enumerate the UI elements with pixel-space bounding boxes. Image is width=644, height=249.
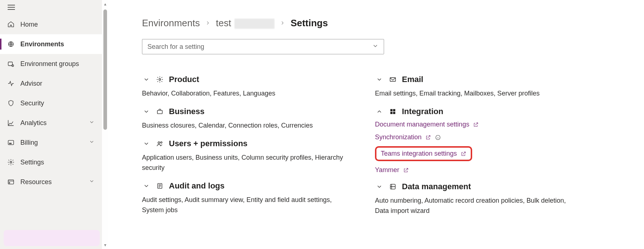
section-title: Audit and logs xyxy=(169,181,225,191)
svg-rect-19 xyxy=(393,112,395,114)
section-header-product[interactable]: Product xyxy=(142,75,346,84)
svg-rect-17 xyxy=(393,109,395,111)
link-label: Teams integration settings xyxy=(381,150,457,157)
chevron-right-icon xyxy=(205,19,211,28)
section-title: Users + permissions xyxy=(169,139,248,148)
redacted-text xyxy=(234,19,274,29)
sidebar-item-advisor[interactable]: Advisor xyxy=(0,74,102,93)
chevron-down-icon[interactable] xyxy=(142,139,151,148)
chevron-down-icon xyxy=(89,119,95,127)
chevron-down-icon[interactable] xyxy=(375,182,384,191)
breadcrumb-env[interactable]: test xyxy=(216,17,274,29)
chevron-up-icon[interactable] xyxy=(375,107,384,116)
sidebar-item-home[interactable]: Home xyxy=(0,15,102,34)
open-external-icon xyxy=(403,167,409,173)
sidebar-item-settings[interactable]: Settings xyxy=(0,152,102,172)
section-summary: Email settings, Email tracking, Mailboxe… xyxy=(375,89,579,99)
data-icon xyxy=(389,183,397,190)
mail-icon xyxy=(389,76,397,83)
chevron-down-icon xyxy=(372,43,379,51)
settings-column-right: Email Email settings, Email tracking, Ma… xyxy=(375,67,579,220)
promo-banner[interactable] xyxy=(4,230,100,246)
sidebar-item-label: Home xyxy=(20,21,95,28)
section-header-business[interactable]: Business xyxy=(142,107,346,116)
billing-icon xyxy=(7,139,15,146)
chart-icon xyxy=(7,119,15,127)
scrollbar[interactable]: ▴ ▾ xyxy=(102,0,108,249)
link-yammer[interactable]: Yammer xyxy=(375,166,409,174)
sidebar-item-billing[interactable]: Billing xyxy=(0,133,102,152)
integration-links: Document management settings Synchroniza… xyxy=(375,121,579,174)
scroll-up-arrow-icon[interactable]: ▴ xyxy=(104,0,106,8)
section-summary: Behavior, Collaboration, Features, Langu… xyxy=(142,89,346,99)
link-document-management-settings[interactable]: Document management settings xyxy=(375,121,479,128)
hamburger-menu-button[interactable] xyxy=(0,0,102,15)
scroll-down-arrow-icon[interactable]: ▾ xyxy=(104,241,106,249)
gear-icon xyxy=(7,159,15,166)
home-icon xyxy=(7,21,15,28)
activity-icon xyxy=(7,80,15,87)
open-external-icon xyxy=(425,135,431,140)
list-icon xyxy=(156,182,164,190)
main-content: Environments test Settings Search for a … xyxy=(108,0,644,249)
info-icon[interactable] xyxy=(435,134,441,141)
section-summary: Auto numbering, Automatic record creatio… xyxy=(375,196,579,216)
briefcase-icon xyxy=(156,108,164,115)
section-title: Data management xyxy=(402,182,471,191)
breadcrumb-root[interactable]: Environments xyxy=(142,17,200,29)
section-header-audit-logs[interactable]: Audit and logs xyxy=(142,181,346,191)
link-label: Synchronization xyxy=(375,133,422,141)
sidebar-item-environments[interactable]: Environments xyxy=(0,34,102,54)
section-title: Product xyxy=(169,75,199,84)
sidebar-item-label: Billing xyxy=(20,139,83,147)
sidebar-nav: Home Environments Environment groups Adv… xyxy=(0,15,102,249)
sidebar-item-environment-groups[interactable]: Environment groups xyxy=(0,54,102,74)
chevron-down-icon xyxy=(89,139,95,147)
section-header-users-permissions[interactable]: Users + permissions xyxy=(142,139,346,148)
section-summary: Application users, Business units, Colum… xyxy=(142,153,346,173)
section-title: Email xyxy=(402,75,423,84)
open-external-icon xyxy=(461,151,466,157)
sidebar-item-label: Environment groups xyxy=(20,60,95,68)
scrollbar-thumb[interactable] xyxy=(103,9,107,130)
sidebar-item-label: Analytics xyxy=(20,119,83,127)
open-external-icon xyxy=(473,122,479,128)
chevron-down-icon[interactable] xyxy=(375,75,384,84)
chevron-down-icon[interactable] xyxy=(142,75,151,84)
svg-rect-18 xyxy=(390,112,392,114)
highlighted-link-box: Teams integration settings xyxy=(375,146,472,161)
chevron-down-icon[interactable] xyxy=(142,107,151,116)
search-placeholder: Search for a setting xyxy=(147,43,372,51)
env-group-icon xyxy=(7,60,15,67)
sidebar-item-analytics[interactable]: Analytics xyxy=(0,113,102,133)
sidebar-item-label: Advisor xyxy=(20,80,95,87)
svg-rect-16 xyxy=(390,109,392,111)
sidebar-item-label: Security xyxy=(20,100,95,107)
chevron-down-icon[interactable] xyxy=(142,182,151,190)
shield-icon xyxy=(7,100,15,107)
link-label: Document management settings xyxy=(375,121,469,128)
section-header-email[interactable]: Email xyxy=(375,75,579,84)
sidebar-item-label: Settings xyxy=(20,159,95,166)
link-teams-integration-settings[interactable]: Teams integration settings xyxy=(381,150,466,157)
settings-column-left: Product Behavior, Collaboration, Feature… xyxy=(142,67,346,220)
sidebar-item-label: Resources xyxy=(20,178,83,186)
breadcrumb-current: Settings xyxy=(291,17,328,29)
breadcrumb-env-label: test xyxy=(216,17,231,28)
link-synchronization[interactable]: Synchronization xyxy=(375,133,441,141)
resources-icon xyxy=(7,178,15,186)
people-icon xyxy=(156,140,164,147)
section-title: Business xyxy=(169,107,205,116)
section-header-integration[interactable]: Integration xyxy=(375,107,579,116)
chevron-down-icon xyxy=(89,178,95,186)
sidebar-item-label: Environments xyxy=(20,40,95,48)
sidebar-item-resources[interactable]: Resources xyxy=(0,172,102,192)
sidebar: Home Environments Environment groups Adv… xyxy=(0,0,102,249)
search-setting-combobox[interactable]: Search for a setting xyxy=(142,39,384,54)
link-label: Yammer xyxy=(375,166,399,174)
gear-icon xyxy=(156,76,164,83)
breadcrumb: Environments test Settings xyxy=(142,17,644,29)
windows-icon xyxy=(389,108,397,115)
section-header-data-management[interactable]: Data management xyxy=(375,182,579,191)
sidebar-item-security[interactable]: Security xyxy=(0,93,102,113)
